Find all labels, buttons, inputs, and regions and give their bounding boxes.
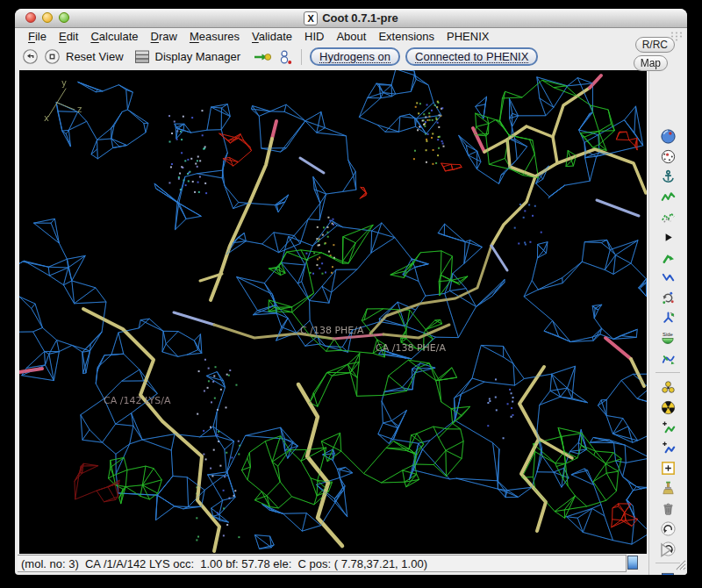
regularize-zone-icon[interactable] [656,147,679,166]
flip-peptide-icon[interactable] [656,288,679,307]
x11-icon: X [304,11,318,25]
rrc-button[interactable]: R/RC [635,37,675,53]
phenix-molecule-icon[interactable] [277,49,293,65]
menu-calculate[interactable]: Calculate [84,30,144,43]
mutate-autofit-icon[interactable] [656,377,679,397]
edit-backbone-torsions-icon[interactable] [656,348,679,368]
run-script-icon[interactable] [654,540,677,559]
menu-file[interactable]: File [22,30,53,43]
svg-text:Side: Side [663,332,673,337]
toolbar-separator [655,372,680,373]
rotate-translate-icon[interactable] [656,187,679,206]
menubar: FileEditCalculateDrawMeasuresValidateHID… [15,28,687,45]
minimize-button[interactable] [42,12,53,23]
window-title: X Coot 0.7.1-pre [304,11,398,25]
display-manager-button[interactable]: Display Manager [155,50,241,63]
toolbar-separator [301,49,302,65]
model-toolbar-strip: Side [648,60,687,575]
add-alt-conf-icon[interactable] [656,438,679,457]
toolbar: Reset View Display Manager Hydrogens on … [15,45,687,68]
map-button[interactable]: Map [634,55,668,71]
coot-window: X Coot 0.7.1-pre FileEditCalculateDrawMe… [15,9,687,575]
rotamers-icon[interactable] [656,227,679,247]
close-button[interactable] [25,12,36,23]
menu-edit[interactable]: Edit [53,30,84,43]
real-space-refine-icon[interactable] [656,126,679,146]
statusbar: (mol. no: 3) CA /1/A/142 LYS occ: 1.00 b… [18,555,627,572]
molecular-viewport[interactable] [19,70,647,554]
menu-phenix[interactable]: PHENIX [441,30,495,43]
place-atom-icon[interactable] [656,458,679,477]
delete-item-icon[interactable] [656,498,679,518]
cis-trans-convert-icon[interactable] [656,308,679,327]
hydrogens-toggle-button[interactable]: Hydrogens on [310,47,400,66]
rigid-body-fit-icon[interactable] [656,167,679,186]
menu-draw[interactable]: Draw [145,30,183,43]
menu-measures[interactable]: Measures [183,30,246,43]
phenix-connection-button[interactable]: Connected to PHENIX [405,47,538,66]
add-terminal-residue-icon[interactable] [656,418,679,437]
resize-grip[interactable] [673,557,686,574]
model-toolbar: Side [649,126,686,575]
hydrogen-arrow-icon[interactable] [253,49,272,65]
menu-hid[interactable]: HID [298,30,330,43]
reset-view-back-icon[interactable] [22,48,39,65]
auto-fit-rotamer-icon[interactable] [656,207,679,226]
edit-chi-angles-icon[interactable] [656,247,679,267]
menu-extensions[interactable]: Extensions [372,30,441,43]
clear-picks-icon[interactable] [656,478,679,498]
torsion-general-icon[interactable] [656,268,679,287]
simple-mutate-icon[interactable] [656,398,679,417]
status-text: (mol. no: 3) CA /1/A/142 LYS occ: 1.00 b… [18,557,427,570]
zoom-button[interactable] [59,12,69,23]
recenter-icon[interactable] [44,48,61,65]
undo-icon[interactable] [656,519,679,538]
display-manager-icon[interactable] [134,50,150,64]
side-chain-flip-icon[interactable]: Side [656,328,679,348]
reset-view-button[interactable]: Reset View [66,50,124,63]
menu-validate[interactable]: Validate [246,30,298,43]
titlebar[interactable]: X Coot 0.7.1-pre [15,9,687,28]
menu-about[interactable]: About [330,30,372,43]
status-blue-widget[interactable] [627,556,638,570]
